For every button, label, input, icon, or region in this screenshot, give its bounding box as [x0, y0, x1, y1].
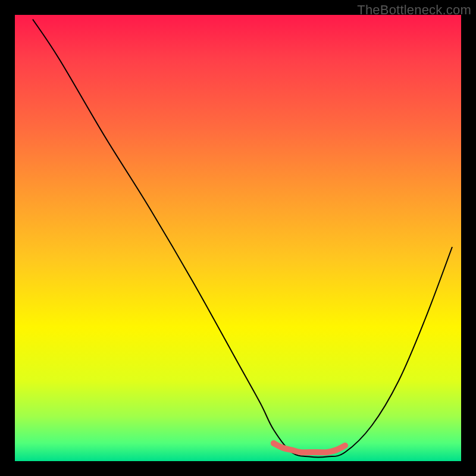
plot-area — [15, 15, 461, 461]
watermark-text: TheBottleneck.com — [357, 2, 471, 18]
optimal-start-dot — [271, 440, 277, 446]
chart-container: TheBottleneck.com — [0, 0, 476, 476]
chart-svg — [15, 15, 461, 461]
gradient-background — [15, 15, 461, 461]
